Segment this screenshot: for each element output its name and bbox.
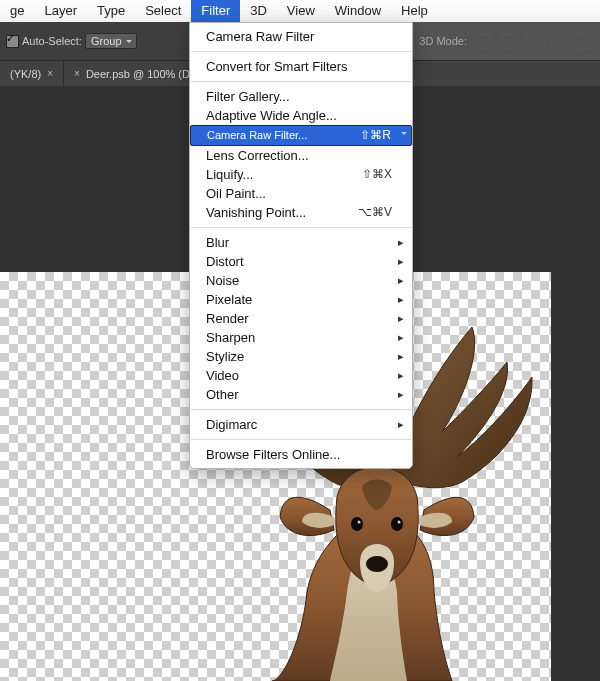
menu-type[interactable]: Type [87,0,135,22]
menu-view[interactable]: View [277,0,325,22]
menu-item-label: Convert for Smart Filters [206,57,348,76]
3d-mode-label: 3D Mode: [419,35,467,47]
svg-point-13 [398,521,401,524]
menu-item-liquify[interactable]: Liquify...⇧⌘X [190,165,412,184]
menu-item-label: Noise [206,271,239,290]
menu-item-label: Pixelate [206,290,252,309]
menu-help[interactable]: Help [391,0,438,22]
menu-item-label: Distort [206,252,244,271]
menu-item-convert-for-smart-filters[interactable]: Convert for Smart Filters [190,57,412,76]
menu-item-pixelate[interactable]: Pixelate [190,290,412,309]
menu-item-stylize[interactable]: Stylize [190,347,412,366]
menu-item-label: Oil Paint... [206,184,266,203]
pan-icon[interactable] [525,33,542,50]
menu-item-filter-gallery[interactable]: Filter Gallery... [190,87,412,106]
menu-item-blur[interactable]: Blur [190,233,412,252]
zoom-icon[interactable] [575,33,592,50]
menu-item-label: Camera Raw Filter [206,27,314,46]
menu-item-browse-filters-online[interactable]: Browse Filters Online... [190,445,412,464]
menu-separator [191,51,411,52]
menu-item-sharpen[interactable]: Sharpen [190,328,412,347]
menu-item-shortcut: ⇧⌘R [360,126,391,145]
svg-point-9 [366,556,388,572]
auto-select-label: Auto-Select: [22,35,82,47]
svg-point-11 [391,517,403,531]
menu-item-label: Render [206,309,249,328]
menu-item-video[interactable]: Video [190,366,412,385]
close-icon[interactable]: × [74,61,80,87]
menu-item-render[interactable]: Render [190,309,412,328]
menu-item-camera-raw-filter[interactable]: Camera Raw Filter...⇧⌘R [190,125,412,146]
menubar: ge Layer Type Select Filter 3D View Wind… [0,0,600,23]
menu-item-noise[interactable]: Noise [190,271,412,290]
menu-item-label: Vanishing Point... [206,203,306,222]
menu-item-lens-correction[interactable]: Lens Correction... [190,146,412,165]
menu-item-label: Sharpen [206,328,255,347]
menu-layer[interactable]: Layer [34,0,87,22]
auto-select-dropdown[interactable]: Group [85,33,137,49]
menu-separator [191,81,411,82]
menu-separator [191,439,411,440]
filter-menu: Camera Raw FilterConvert for Smart Filte… [189,22,413,469]
menu-window[interactable]: Window [325,0,391,22]
menu-item-oil-paint[interactable]: Oil Paint... [190,184,412,203]
menu-item-label: Other [206,385,239,404]
menu-item-label: Lens Correction... [206,146,309,165]
tab-doc-1[interactable]: (YK/8)× [0,61,64,87]
orbit-icon[interactable] [475,33,492,50]
menu-item-label: Blur [206,233,229,252]
menu-item-label: Stylize [206,347,244,366]
svg-point-12 [358,521,361,524]
menu-item-distort[interactable]: Distort [190,252,412,271]
menu-image[interactable]: ge [0,0,34,22]
menu-item-shortcut: ⌥⌘V [358,203,392,222]
menu-separator [191,409,411,410]
close-icon[interactable]: × [47,61,53,87]
menu-item-label: Browse Filters Online... [206,445,340,464]
menu-item-adaptive-wide-angle[interactable]: Adaptive Wide Angle... [190,106,412,125]
menu-item-vanishing-point[interactable]: Vanishing Point...⌥⌘V [190,203,412,222]
menu-select[interactable]: Select [135,0,191,22]
menu-item-shortcut: ⇧⌘X [362,165,392,184]
menu-item-label: Video [206,366,239,385]
menu-item-label: Camera Raw Filter... [207,126,307,145]
menu-separator [191,227,411,228]
menu-item-camera-raw-filter[interactable]: Camera Raw Filter [190,27,412,46]
menu-item-label: Filter Gallery... [206,87,290,106]
slide-icon[interactable] [550,33,567,50]
auto-select-checkbox[interactable] [6,35,19,48]
menu-3d[interactable]: 3D [240,0,277,22]
menu-item-label: Digimarc [206,415,257,434]
menu-item-label: Liquify... [206,165,253,184]
menu-item-digimarc[interactable]: Digimarc [190,415,412,434]
menu-item-other[interactable]: Other [190,385,412,404]
svg-point-10 [351,517,363,531]
tab-label: (YK/8) [10,61,41,87]
roll-icon[interactable] [500,33,517,50]
menu-filter[interactable]: Filter [191,0,240,22]
menu-item-label: Adaptive Wide Angle... [206,106,337,125]
